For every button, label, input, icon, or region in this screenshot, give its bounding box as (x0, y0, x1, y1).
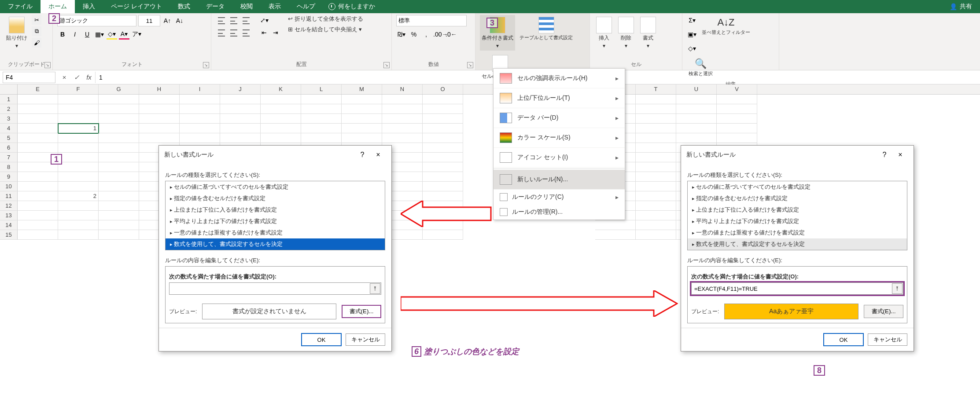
cell[interactable] (636, 230, 676, 240)
cell[interactable] (180, 133, 220, 143)
cell[interactable] (423, 104, 463, 114)
cell[interactable] (18, 133, 58, 143)
cell[interactable] (423, 124, 463, 133)
cell[interactable] (58, 172, 99, 182)
col-header-f[interactable]: F (58, 84, 99, 94)
cell[interactable] (18, 95, 58, 104)
cell[interactable] (18, 124, 58, 133)
cf-highlight-rules[interactable]: セルの強調表示ルール(H)▸ (494, 69, 625, 88)
cell[interactable] (180, 104, 220, 114)
cell[interactable] (58, 104, 99, 114)
cell[interactable] (676, 124, 717, 133)
cell[interactable] (636, 182, 676, 191)
cell[interactable] (717, 114, 757, 124)
cell[interactable] (301, 104, 342, 114)
cell[interactable] (99, 104, 139, 114)
cell[interactable] (676, 95, 717, 104)
cancel-button-right[interactable]: キャンセル (868, 333, 907, 346)
cell[interactable] (261, 95, 301, 104)
cell[interactable] (220, 124, 261, 133)
col-header-l[interactable]: L (301, 84, 342, 94)
cell[interactable] (58, 133, 99, 143)
paste-button[interactable]: 貼り付け ▾ (4, 15, 29, 51)
select-all-corner[interactable] (0, 84, 18, 94)
cell[interactable] (180, 124, 220, 133)
col-header-m[interactable]: M (342, 84, 382, 94)
number-launcher[interactable]: ↘ (467, 62, 473, 68)
cell[interactable] (18, 143, 58, 153)
find-select-button[interactable]: 🔍 検索と選択 (687, 56, 715, 79)
cell[interactable] (342, 95, 382, 104)
cell[interactable] (636, 211, 676, 220)
tell-me[interactable]: 何をしますか (323, 0, 380, 13)
cell[interactable] (58, 153, 99, 162)
align-top-right[interactable] (240, 15, 252, 26)
cell[interactable] (382, 104, 423, 114)
cell[interactable] (636, 104, 676, 114)
cell[interactable] (220, 104, 261, 114)
cell[interactable] (261, 133, 301, 143)
cell[interactable] (18, 191, 58, 201)
cell[interactable] (99, 124, 139, 133)
cell[interactable] (58, 201, 99, 211)
cell[interactable] (99, 201, 139, 211)
tab-home[interactable]: ホーム (41, 0, 75, 13)
cell[interactable] (636, 191, 676, 201)
cell[interactable] (423, 143, 463, 153)
format-painter-button[interactable]: 🖌 (32, 38, 41, 48)
cell[interactable] (18, 201, 58, 211)
share-button[interactable]: 👤 共有 (942, 0, 980, 13)
increase-indent-button[interactable]: ⇥ (270, 27, 281, 38)
cell[interactable] (99, 143, 139, 153)
cell[interactable] (220, 133, 261, 143)
cell[interactable] (220, 114, 261, 124)
bold-button[interactable]: B (57, 29, 68, 40)
rule-type-4[interactable]: 一意の値または重複する値だけを書式設定 (688, 227, 907, 238)
number-format-select[interactable] (396, 15, 467, 26)
ok-button-right[interactable]: OK (824, 333, 863, 346)
row-header[interactable]: 13 (0, 211, 18, 220)
tab-review[interactable]: 校閲 (232, 0, 261, 13)
fill-button[interactable]: ▣▾ (687, 29, 697, 40)
cell[interactable] (676, 133, 717, 143)
sort-filter-button[interactable]: A↓Z 並べ替えとフィルター (700, 15, 752, 37)
cell[interactable] (301, 124, 342, 133)
cell[interactable] (423, 172, 463, 182)
rule-type-0[interactable]: セルの値に基づいてすべてのセルを書式設定 (166, 181, 385, 193)
cell[interactable] (636, 143, 676, 153)
cell[interactable] (180, 95, 220, 104)
cf-icon-sets[interactable]: アイコン セット(I)▸ (494, 148, 625, 168)
enter-formula-button[interactable]: ✓ (70, 72, 83, 83)
orientation-button[interactable]: ⤢▾ (259, 15, 269, 26)
ok-button-left[interactable]: OK (302, 333, 341, 346)
autosum-button[interactable]: Σ▾ (687, 15, 697, 26)
cell[interactable] (261, 124, 301, 133)
cell[interactable] (382, 124, 423, 133)
cell[interactable] (58, 211, 99, 220)
col-header-v[interactable]: V (717, 84, 757, 94)
col-header-i[interactable]: I (180, 84, 220, 94)
cell[interactable] (423, 191, 463, 201)
row-header[interactable]: 4 (0, 124, 18, 133)
fill-color-button[interactable]: ◇▾ (107, 29, 117, 40)
decrease-decimal-button[interactable]: .0← (446, 29, 456, 40)
format-cells-button[interactable]: 書式▾ (638, 15, 658, 51)
cell[interactable] (717, 95, 757, 104)
cell[interactable] (18, 172, 58, 182)
cell[interactable] (99, 211, 139, 220)
cell[interactable] (139, 124, 180, 133)
rule-type-5[interactable]: 数式を使用して、書式設定するセルを決定 (688, 238, 907, 250)
clipboard-launcher[interactable]: ↘ (44, 62, 51, 68)
cell[interactable] (18, 220, 58, 230)
cell[interactable] (342, 133, 382, 143)
clear-button[interactable]: ◇▾ (687, 43, 697, 54)
cf-manage-rules[interactable]: ルールの管理(R)... (494, 205, 625, 220)
row-header[interactable]: 15 (0, 230, 18, 240)
cell[interactable] (636, 220, 676, 230)
row-header[interactable]: 5 (0, 133, 18, 143)
align-mid-center[interactable] (228, 27, 239, 39)
format-button-left[interactable]: 書式(E)... (342, 305, 381, 318)
dialog-close-button[interactable]: × (892, 149, 908, 161)
align-top-center[interactable] (228, 15, 239, 26)
cf-color-scales[interactable]: カラー スケール(S)▸ (494, 128, 625, 148)
